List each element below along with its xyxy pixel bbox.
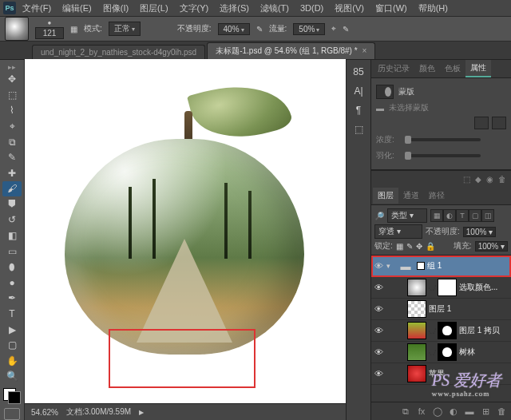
tab-color[interactable]: 颜色 (414, 61, 440, 77)
link-layers-icon[interactable]: ⧉ (399, 406, 412, 417)
layer-thumb[interactable] (407, 300, 426, 318)
mask-thumb[interactable] (438, 343, 457, 361)
prop-toggle-icon[interactable]: ◉ (486, 175, 493, 184)
filter-smart-icon[interactable]: ◫ (481, 209, 494, 222)
layer-selective-color[interactable]: 👁 ࿚ 选取颜色... (371, 277, 511, 299)
gradient-tool[interactable]: ▭ (2, 244, 22, 259)
pressure-size-icon[interactable]: ✎ (343, 25, 349, 34)
mask-thumb[interactable] (438, 322, 457, 339)
layer-1-copy[interactable]: 👁 ࿚ 图层 1 拷贝 (371, 320, 511, 342)
layer-name[interactable]: 图层 1 拷贝 (459, 325, 500, 336)
menu-layer[interactable]: 图层(L) (135, 1, 172, 16)
layer-name[interactable]: 图层 1 (429, 303, 451, 315)
mask-type-icon[interactable] (376, 85, 394, 99)
crop-tool[interactable]: ⧉ (2, 134, 22, 149)
feather-slider[interactable] (405, 154, 481, 157)
history-brush-tool[interactable]: ↺ (2, 212, 22, 228)
layer-opacity-input[interactable]: 100% ▾ (463, 227, 496, 237)
blur-tool[interactable]: ⬮ (2, 260, 22, 275)
lock-pos-icon[interactable]: ✥ (416, 242, 422, 251)
menu-select[interactable]: 选择(S) (215, 1, 254, 16)
new-layer-icon[interactable]: ⊞ (479, 406, 492, 417)
link-icon[interactable]: ࿚ (429, 283, 435, 292)
wand-tool[interactable]: ⌖ (2, 119, 22, 134)
visibility-icon[interactable]: 👁 (373, 261, 384, 271)
zoom-level[interactable]: 54.62% (31, 408, 58, 417)
layer-1[interactable]: 👁 图层 1 (371, 299, 511, 320)
document-tab-2-active[interactable]: 未标题-1.psd @ 54.6% (组 1, RGB/8#) *× (207, 42, 375, 59)
filter-pixel-icon[interactable]: ▦ (430, 209, 443, 222)
tab-paths[interactable]: 路径 (424, 188, 450, 204)
filter-icon[interactable]: 🔎 (374, 212, 384, 220)
document-info[interactable]: 文档:3.00M/9.59M (66, 406, 131, 418)
dodge-tool[interactable]: ● (2, 275, 22, 291)
document-canvas[interactable] (25, 59, 346, 403)
blend-mode-layer-select[interactable]: 穿透 ▾ (374, 224, 422, 239)
lock-all-icon[interactable]: 🔒 (426, 242, 435, 251)
zoom-tool[interactable]: 🔍 (2, 369, 22, 384)
menu-3d[interactable]: 3D(D) (295, 2, 328, 14)
filter-type-icon[interactable]: T (456, 209, 469, 222)
strip-character-icon[interactable]: A| (354, 85, 362, 97)
tab-channels[interactable]: 通道 (398, 188, 424, 204)
filter-type-select[interactable]: 类型 ▾ (387, 208, 427, 223)
type-tool[interactable]: T (2, 307, 22, 322)
new-group-icon[interactable]: ▬ (463, 406, 476, 416)
link-icon[interactable]: ࿚ (429, 327, 435, 335)
brush-tool-selected[interactable]: 🖌 (2, 181, 22, 196)
layer-thumb[interactable] (407, 365, 426, 382)
lock-paint-icon[interactable]: ✎ (406, 242, 413, 251)
airbrush-icon[interactable]: ⌖ (331, 24, 336, 34)
layer-thumb[interactable] (407, 343, 426, 361)
menu-help[interactable]: 帮助(H) (414, 1, 453, 16)
visibility-icon[interactable]: 👁 (373, 283, 384, 292)
menu-window[interactable]: 窗口(W) (370, 1, 412, 16)
move-tool[interactable]: ✥ (2, 72, 22, 87)
strip-color-icon[interactable]: 85 (353, 66, 363, 77)
toolbox-grip[interactable]: ▸▸ (2, 63, 22, 69)
menu-filter[interactable]: 滤镜(T) (256, 1, 294, 16)
menu-image[interactable]: 图像(I) (98, 1, 133, 16)
prop-load-icon[interactable]: ⬚ (463, 175, 470, 184)
group-mask-thumb[interactable] (417, 262, 425, 270)
layer-thumb[interactable] (407, 322, 426, 339)
filter-shape-icon[interactable]: ▢ (469, 209, 481, 222)
filter-adjust-icon[interactable]: ◐ (443, 209, 456, 222)
healing-tool[interactable]: ✚ (2, 165, 22, 180)
layer-style-icon[interactable]: fx (415, 406, 428, 416)
lock-trans-icon[interactable]: ▦ (396, 242, 403, 251)
close-tab-icon[interactable]: × (362, 46, 367, 55)
layer-name[interactable]: 选取颜色... (459, 282, 497, 293)
group-toggle-icon[interactable]: ▾ (386, 262, 394, 270)
layer-name[interactable]: 组 1 (427, 260, 442, 271)
menu-file[interactable]: 文件(F) (18, 1, 56, 16)
brush-size-input[interactable]: 121 (35, 27, 64, 39)
visibility-icon[interactable]: 👁 (373, 326, 384, 335)
visibility-icon[interactable]: 👁 (373, 304, 384, 314)
eyedropper-tool[interactable]: ✎ (2, 150, 22, 165)
visibility-icon[interactable]: 👁 (373, 347, 384, 357)
adjustment-thumb[interactable] (407, 279, 426, 296)
prop-delete-icon[interactable]: 🗑 (498, 175, 506, 184)
fill-input[interactable]: 100% ▾ (475, 241, 508, 252)
brush-panel-toggle[interactable]: ▦ (70, 25, 77, 34)
menu-type[interactable]: 文字(Y) (175, 1, 214, 16)
prop-apply-icon[interactable]: ◆ (475, 175, 481, 184)
color-swatches[interactable] (3, 388, 21, 404)
tab-history[interactable]: 历史记录 (373, 61, 414, 77)
eraser-tool[interactable]: ◧ (2, 228, 22, 244)
document-tab-1[interactable]: und_night_2_by_nathies_stock-d4gy0ih.psd (32, 45, 205, 59)
new-adjustment-icon[interactable]: ◐ (447, 406, 460, 417)
blend-mode-select[interactable]: 正常▾ (109, 22, 141, 36)
add-mask-icon[interactable]: ◯ (431, 406, 444, 417)
strip-paragraph-icon[interactable]: ¶ (356, 105, 361, 116)
lasso-tool[interactable]: ⌇ (2, 103, 22, 118)
tab-swatch[interactable]: 色板 (440, 61, 465, 77)
link-icon[interactable]: ࿚ (429, 348, 435, 357)
visibility-icon[interactable]: 👁 (373, 369, 384, 378)
pressure-opacity-icon[interactable]: ✎ (256, 25, 263, 34)
layer-name[interactable]: 树林 (459, 347, 475, 358)
vector-mask-button[interactable] (492, 117, 506, 129)
layer-forest[interactable]: 👁 ࿚ 树林 (371, 342, 511, 363)
layer-name[interactable]: 苹果 (429, 368, 445, 379)
